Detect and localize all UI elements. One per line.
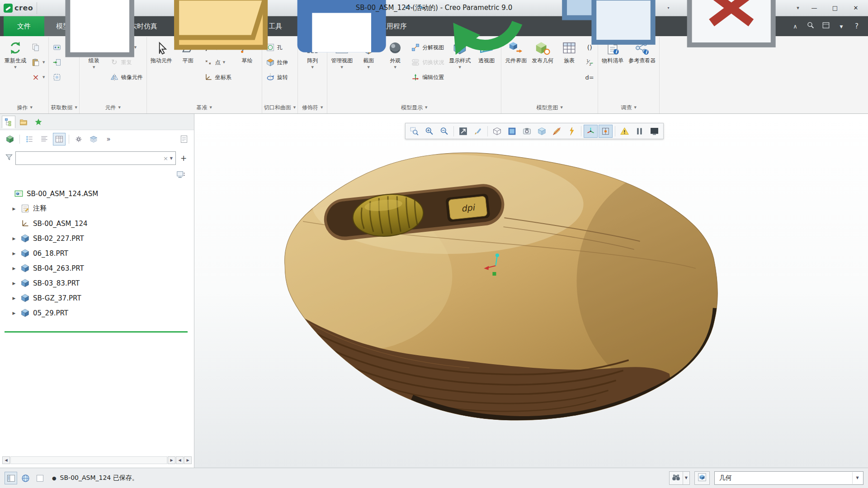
maximize-button[interactable]: □ [825,0,845,16]
add-filter-button[interactable]: + [178,152,189,164]
chevron-down-icon[interactable]: ▼ [852,472,862,484]
tree-item-05_29.PRT[interactable]: ▶05_29.PRT [5,305,194,320]
scroll-left-button[interactable]: ◀ [2,456,10,464]
tree-panel-tab-folder-browser-tab-icon[interactable] [17,116,30,128]
ribbon-group-label-模型显示[interactable]: 模型显示▼ [329,102,499,113]
tree-panel-tab-model-tree-tab-icon[interactable] [2,116,15,128]
qa-button-new-file-icon[interactable] [40,2,160,14]
tree-horizontal-scrollbar[interactable]: ◀ ▶ ◀ ▶ [2,456,192,464]
graphics-button-zoom-in-icon[interactable]: + [422,125,436,138]
tree-toolbar-button-notes-panel-icon[interactable] [178,133,190,145]
expand-arrow-icon[interactable]: ▶ [11,236,17,241]
tree-toolbar-button-overflow-chevron-icon[interactable]: » [102,133,115,145]
graphics-button-zoom-out-icon[interactable]: − [437,125,451,138]
graphics-button-warning-icon[interactable] [618,125,632,138]
ribbon-button-旋转[interactable]: 旋转 [264,70,290,84]
mouse-body[interactable]: dpi [262,153,758,457]
graphics-button-spin-center-icon[interactable] [584,125,598,138]
tabbar-button-help-icon[interactable]: ? [853,22,861,31]
graphics-button-glass-cube-icon[interactable] [535,125,549,138]
graphics-button-capture-icon[interactable] [520,125,534,138]
tree-toolbar-button-model-icon[interactable] [4,133,16,145]
tree-item-SB-03_83.PRT[interactable]: ▶SB-03_83.PRT [5,276,194,291]
expand-arrow-icon[interactable]: ▶ [11,251,17,256]
qa-button-redo-icon[interactable]: ↷▾ [415,2,427,14]
graphics-button-orient-mode-icon[interactable] [599,125,613,138]
tree-search-input[interactable] [19,155,161,162]
ribbon-group-label-元件[interactable]: 元件▼ [81,102,145,113]
minimize-button[interactable]: — [804,0,825,16]
mouse-3d-model[interactable]: dpi [194,114,868,468]
scroll-track[interactable] [10,456,167,464]
expand-arrow-icon[interactable]: ▶ [11,311,17,315]
graphics-button-zoom-region-icon[interactable] [407,125,421,138]
tree-item-06_18.PRT[interactable]: ▶06_18.PRT [5,246,194,261]
tree-item-SB-00_ASM_124[interactable]: SB-00_ASM_124 [5,216,194,231]
ribbon-button-镜像元件[interactable]: 镜像元件 [108,70,145,84]
tree-toolbar-button-tree-columns-icon[interactable] [53,133,66,145]
qa-button-toolbar-customize-icon[interactable]: ▾ [792,2,804,14]
find-in-model-button[interactable]: ▼ [669,471,690,485]
tree-item-注释[interactable]: ▶注释 [5,201,194,216]
tree-item-SB-00_ASM_124.ASM[interactable]: SB-00_ASM_124.ASM [5,186,194,201]
tabbar-button-toolbar-options-icon[interactable]: ▼ [837,21,845,31]
ribbon-button-relations-icon[interactable]: d= [583,70,596,84]
ribbon-button-重新生成[interactable]: 重新生成▼ [3,37,28,70]
ribbon-group-label-调查[interactable]: 调查▼ [600,102,657,113]
graphics-button-pause-icon[interactable] [632,125,646,138]
graphics-area[interactable]: dpi +− [194,114,868,468]
ribbon-button-delete-icon[interactable]: ×▼ [29,70,47,84]
ribbon-group-label-基准[interactable]: 基准▼ [149,102,260,113]
qa-button-open-file-icon[interactable] [161,2,281,14]
scroll-left-button-2[interactable]: ◀ [176,456,184,464]
tree-item-SB-02_227.PRT[interactable]: ▶SB-02_227.PRT [5,231,194,246]
expand-arrow-icon[interactable]: ▶ [11,281,17,286]
ribbon-group-label-操作[interactable]: 操作▼ [3,102,47,113]
tree-item-SB-GZ_37.PRT[interactable]: ▶SB-GZ_37.PRT [5,291,194,305]
statusbar-button-toggle-browser-icon[interactable] [19,472,32,484]
graphics-button-no-hidden-line-icon[interactable] [550,125,564,138]
graphics-button-saved-views-icon[interactable] [505,125,519,138]
qa-button-close-window-icon[interactable] [671,2,791,14]
find-dropdown-chevron-icon[interactable]: ▼ [683,472,688,484]
tab-文件[interactable]: 文件 [4,16,44,36]
search-options-chevron-icon[interactable]: ▼ [170,156,173,160]
close-button[interactable]: ✕ [845,0,866,16]
ribbon-group-label-切口和曲面[interactable]: 切口和曲面▼ [264,102,296,113]
selection-filter-combobox[interactable]: 几何 ▼ [714,471,863,485]
tabbar-button-collapse-ribbon-icon[interactable]: ∧ [791,22,799,31]
statusbar-button-blank-doc-icon[interactable] [33,472,46,484]
ribbon-group-label-获取数据[interactable]: 获取数据▼ [51,102,77,113]
tree-toolbar-button-layers-icon[interactable] [87,133,100,145]
tree-toolbar-button-tree-list-icon[interactable] [23,133,36,145]
tree-search-box[interactable]: × ▼ [15,151,176,165]
expand-arrow-icon[interactable]: ▶ [11,296,17,300]
qa-button-undo-icon[interactable]: ↶▾ [402,2,414,14]
graphics-button-wireframe-cube-icon[interactable] [490,125,504,138]
graphics-button-screen-dark-icon[interactable] [647,125,661,138]
tree-toolbar-button-settings-gear-icon[interactable] [72,133,85,145]
graphics-button-repaint-icon[interactable] [471,125,485,138]
statusbar-button-toggle-tree-icon[interactable] [5,472,17,484]
select-working-model-button[interactable] [694,471,710,485]
ribbon-button-编辑位置[interactable]: 编辑位置 [409,70,446,84]
tabbar-button-find-command-icon[interactable] [807,21,815,31]
ribbon-button-坐标系[interactable]: 坐标系 [202,70,233,84]
tree-panel-tab-favorites-tab-icon[interactable] [32,116,45,128]
qa-button-regenerate-icon[interactable] [428,2,547,14]
graphics-button-refit-icon[interactable] [456,125,470,138]
ribbon-group-label-修饰符[interactable]: 修饰符▼ [300,102,325,113]
dpi-button[interactable]: dpi [445,193,490,222]
tree-item-SB-04_263.PRT[interactable]: ▶SB-04_263.PRT [5,261,194,276]
expand-arrow-icon[interactable]: ▶ [11,206,17,211]
qa-button-windows-icon[interactable]: ▾ [549,2,670,14]
clear-search-icon[interactable]: × [163,155,168,162]
tree-toolbar-button-tree-detail-icon[interactable] [38,133,51,145]
ribbon-button-shrinkwrap-icon[interactable] [51,70,63,84]
expand-arrow-icon[interactable]: ▶ [11,266,17,271]
ribbon-group-label-模型意图[interactable]: 模型意图▼ [503,102,596,113]
scroll-right-button-2[interactable]: ▶ [184,456,192,464]
tabbar-button-favorites-panel-icon[interactable] [822,21,830,31]
graphics-button-datum-display-icon[interactable] [565,125,579,138]
qa-button-save-icon[interactable] [282,2,401,14]
